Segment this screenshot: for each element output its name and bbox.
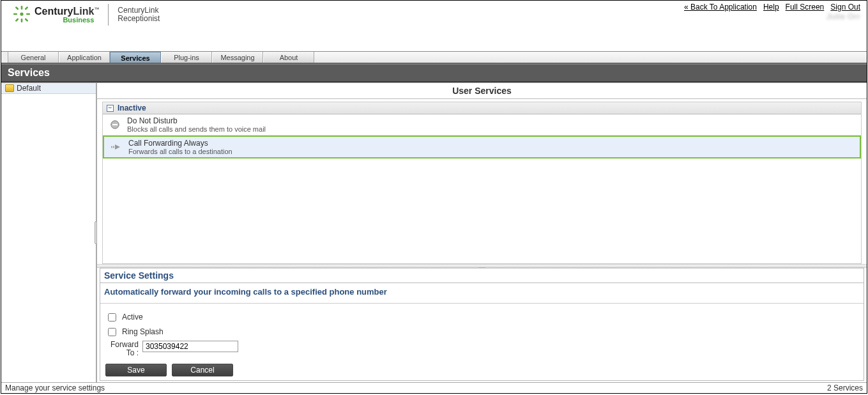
service-title: Do Not Disturb: [127, 116, 266, 125]
svg-rect-2: [21, 19, 23, 22]
settings-desc: Automatically forward your incoming call…: [100, 283, 864, 304]
svg-point-0: [20, 12, 23, 15]
active-checkbox[interactable]: [108, 313, 116, 321]
cancel-button[interactable]: Cancel: [172, 364, 233, 376]
brand-product: CenturyLink Receptionist: [118, 6, 160, 23]
tab-messaging[interactable]: Messaging: [212, 52, 263, 63]
svg-rect-12: [113, 146, 114, 148]
app-window: « Back To Application Help Full Screen S…: [1, 0, 867, 394]
svg-rect-5: [15, 6, 19, 10]
no-entry-icon: [109, 120, 121, 129]
brand-name-main: Century: [34, 6, 73, 17]
list-empty-area: [103, 159, 861, 263]
tab-about[interactable]: About: [263, 52, 314, 63]
brand-separator: [108, 4, 109, 26]
service-text: Call Forwarding Always Forwards all call…: [128, 139, 232, 155]
service-desc: Forwards all calls to a destination: [128, 148, 232, 155]
svg-rect-4: [26, 13, 30, 15]
sidebar-item-default[interactable]: Default: [1, 83, 96, 94]
brand-name-bold: Link: [73, 6, 94, 17]
brand-product-line2: Receptionist: [118, 15, 160, 23]
panel-title: User Services: [97, 83, 867, 99]
svg-rect-1: [21, 5, 23, 9]
forward-to-row: ForwardTo :: [105, 341, 858, 357]
service-row-dnd[interactable]: Do Not Disturb Blocks all calls and send…: [103, 114, 861, 136]
help-link[interactable]: Help: [763, 3, 779, 12]
brand-tm: ™: [94, 6, 99, 12]
sidebar-tree: Default: [1, 83, 97, 382]
service-desc: Blocks all calls and sends them to voice…: [127, 125, 266, 133]
ring-splash-row: Ring Splash: [105, 326, 858, 338]
tab-application[interactable]: Application: [59, 52, 110, 63]
svg-rect-11: [111, 146, 112, 148]
svg-rect-7: [15, 18, 19, 22]
forward-arrow-icon: [110, 144, 122, 150]
group-label: Inactive: [118, 104, 146, 112]
brand-sub: Business: [34, 17, 99, 24]
folder-icon: [5, 84, 14, 92]
back-to-application-link[interactable]: « Back To Application: [684, 3, 757, 12]
active-label[interactable]: Active: [122, 313, 143, 321]
forward-to-input[interactable]: [142, 341, 238, 352]
service-text: Do Not Disturb Blocks all calls and send…: [127, 116, 266, 133]
status-left: Manage your service settings: [5, 383, 105, 392]
collapse-icon[interactable]: −: [107, 105, 114, 112]
vertical-splitter[interactable]: [95, 221, 97, 244]
centurylink-logo-icon: [13, 5, 31, 25]
status-right: 2 Services: [827, 383, 863, 392]
body-split: Default User Services − Inactive Do Not …: [1, 82, 867, 382]
service-settings-panel: Service Settings Automatically forward y…: [100, 268, 864, 381]
sign-out-link[interactable]: Sign Out: [830, 3, 860, 12]
service-title: Call Forwarding Always: [128, 139, 232, 148]
brand-header: CenturyLink™ Business CenturyLink Recept…: [1, 3, 166, 29]
ring-splash-label[interactable]: Ring Splash: [122, 327, 164, 336]
tab-services[interactable]: Services: [110, 52, 161, 63]
main-panel: User Services − Inactive Do Not Disturb …: [97, 83, 867, 382]
svg-rect-8: [24, 18, 28, 22]
full-screen-link[interactable]: Full Screen: [786, 3, 825, 12]
sidebar-item-label: Default: [17, 84, 41, 93]
svg-rect-3: [13, 13, 17, 15]
status-bar: Manage your service settings 2 Services: [1, 382, 867, 393]
tab-general[interactable]: General: [8, 52, 59, 63]
active-row: Active: [105, 311, 858, 323]
ring-splash-checkbox[interactable]: [108, 328, 116, 336]
tab-plugins[interactable]: Plug-ins: [161, 52, 212, 63]
settings-title: Service Settings: [100, 268, 864, 283]
forward-to-label: ForwardTo :: [105, 341, 139, 357]
service-row-cfa[interactable]: Call Forwarding Always Forwards all call…: [103, 136, 861, 159]
section-title: Services: [1, 64, 867, 82]
settings-form: Active Ring Splash ForwardTo : Save Canc…: [100, 304, 864, 380]
brand-text: CenturyLink™ Business: [34, 6, 99, 24]
brand-left: CenturyLink™ Business: [13, 5, 99, 25]
button-row: Save Cancel: [105, 364, 858, 376]
save-button[interactable]: Save: [105, 364, 167, 376]
group-header-inactive[interactable]: − Inactive: [103, 102, 861, 114]
tab-bar-filler: [314, 52, 867, 63]
tab-bar: General Application Services Plug-ins Me…: [1, 51, 867, 64]
services-list: − Inactive Do Not Disturb Blocks all cal…: [102, 102, 862, 264]
svg-rect-10: [112, 124, 118, 125]
svg-rect-6: [24, 6, 28, 10]
